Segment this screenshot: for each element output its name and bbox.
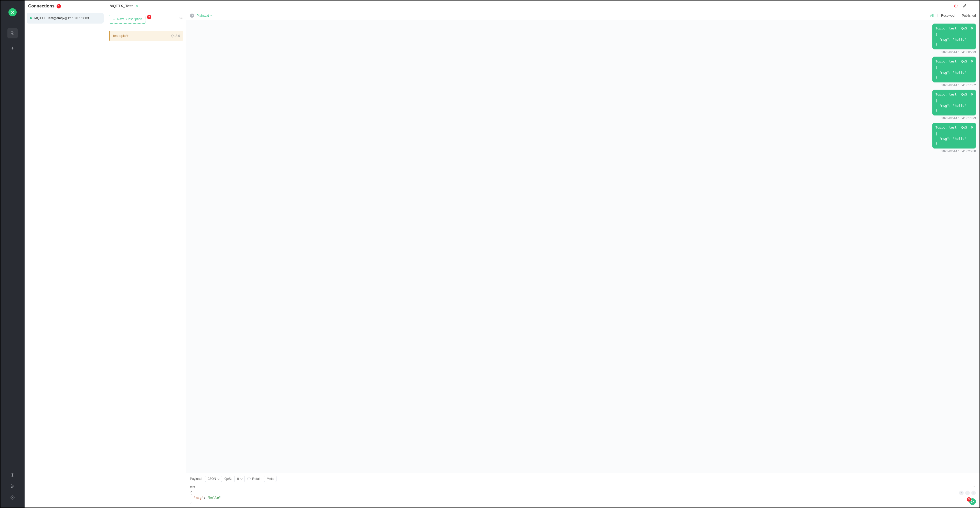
message-bubble[interactable]: Topic: testQoS: 0{ "msg": "hello" }: [932, 90, 976, 115]
prev-payload-icon[interactable]: [959, 490, 964, 495]
subscription-row[interactable]: testtopic/# QoS 0: [109, 31, 183, 41]
svg-point-6: [974, 5, 974, 6]
new-subscription-button[interactable]: New Subscription 2: [109, 15, 145, 24]
new-icon[interactable]: [8, 43, 18, 53]
subscription-topic: testtopic/#: [113, 34, 128, 38]
connection-label: MQTTX_Test@emqx@127.0.0.1:8083: [34, 16, 89, 20]
svg-point-7: [975, 5, 975, 6]
connection-title: MQTTX_Test: [110, 3, 133, 8]
status-dot-icon: [30, 17, 32, 19]
subscriptions-panel: New Subscription 2 testtopic/# QoS 0: [106, 11, 186, 508]
filter-received[interactable]: Received: [941, 14, 955, 18]
message-topic: Topic: test: [935, 92, 957, 97]
svg-rect-0: [11, 32, 13, 34]
meta-button[interactable]: Meta: [264, 476, 277, 482]
nav-rail: [0, 0, 25, 508]
connection-actions: [186, 0, 980, 11]
payload-nav: [959, 490, 976, 495]
send-badge: 3: [967, 497, 971, 502]
filter-published[interactable]: Published: [962, 14, 976, 18]
message-qos: QoS: 0: [961, 92, 973, 97]
connection-header: MQTTX_Test: [106, 0, 186, 11]
collapse-panel-icon[interactable]: [179, 16, 183, 21]
retain-radio-icon: [247, 477, 251, 480]
new-subscription-badge: 2: [147, 15, 151, 19]
message-qos: QoS: 0: [961, 26, 973, 31]
message-timestamp: 2023-02-14 10:41:00:793: [941, 51, 976, 54]
message-body: { "msg": "hello" }: [935, 99, 973, 113]
settings-icon[interactable]: [10, 473, 15, 477]
message-item: Topic: testQoS: 0{ "msg": "hello" }2023-…: [190, 123, 976, 153]
chat-toolbar: ? Plaintext All Received Published: [186, 11, 980, 20]
message-bubble[interactable]: Topic: testQoS: 0{ "msg": "hello" }: [932, 24, 976, 49]
message-item: Topic: testQoS: 0{ "msg": "hello" }2023-…: [190, 90, 976, 120]
app-logo: [8, 8, 17, 16]
payload-dash-icon[interactable]: [965, 490, 970, 495]
svg-point-5: [972, 5, 972, 6]
message-bubble[interactable]: Topic: testQoS: 0{ "msg": "hello" }: [932, 123, 976, 148]
publish-topic-input[interactable]: [190, 484, 973, 490]
connections-header: Connections 1: [25, 0, 106, 11]
expand-down-icon[interactable]: [135, 4, 139, 8]
disconnect-icon[interactable]: [954, 3, 958, 8]
connection-item[interactable]: MQTTX_Test@emqx@127.0.0.1:8083: [27, 13, 104, 24]
new-subscription-label: New Subscription: [117, 18, 142, 21]
payload-format-dropdown[interactable]: Plaintext: [197, 14, 213, 18]
qos-label: QoS:: [224, 477, 232, 481]
qos-select[interactable]: 0: [234, 476, 245, 482]
topic-history-icon[interactable]: [973, 485, 976, 489]
message-qos: QoS: 0: [961, 59, 973, 64]
message-bubble[interactable]: Topic: testQoS: 0{ "msg": "hello" }: [932, 57, 976, 83]
message-list[interactable]: Topic: testQoS: 0{ "msg": "hello" }2023-…: [186, 20, 980, 473]
payload-label: Payload:: [190, 477, 202, 481]
edit-icon[interactable]: [963, 3, 967, 8]
subscription-qos: QoS 0: [171, 34, 180, 38]
connections-badge: 1: [57, 4, 61, 8]
next-payload-icon[interactable]: [971, 490, 976, 495]
message-timestamp: 2023-02-14 10:41:01:823: [941, 116, 976, 120]
filter-all[interactable]: All: [930, 14, 934, 18]
message-topic: Topic: test: [935, 59, 957, 64]
connections-title: Connections: [28, 3, 54, 9]
help-icon[interactable]: ?: [190, 14, 194, 18]
message-topic: Topic: test: [935, 26, 957, 31]
message-topic: Topic: test: [935, 125, 957, 130]
publish-payload-editor[interactable]: { "msg": "hello" }: [190, 490, 959, 505]
more-icon[interactable]: [972, 3, 976, 8]
message-body: { "msg": "hello" }: [935, 32, 973, 47]
message-timestamp: 2023-02-14 10:41:01:362: [941, 83, 976, 87]
svg-point-2: [12, 475, 13, 476]
main-area: MQTTX_Test New Subscription 2: [106, 0, 980, 508]
chat-panel: ? Plaintext All Received Published Topic…: [186, 11, 980, 508]
svg-point-3: [11, 487, 11, 488]
message-item: Topic: testQoS: 0{ "msg": "hello" }2023-…: [190, 57, 976, 87]
message-body: { "msg": "hello" }: [935, 132, 973, 146]
message-item: Topic: testQoS: 0{ "msg": "hello" }2023-…: [190, 24, 976, 54]
payload-format-select[interactable]: JSON: [205, 476, 222, 482]
message-filters: All Received Published: [930, 14, 976, 18]
message-qos: QoS: 0: [961, 125, 973, 130]
message-body: { "msg": "hello" }: [935, 65, 973, 80]
connections-icon[interactable]: [8, 28, 18, 38]
svg-rect-1: [12, 33, 14, 35]
retain-toggle[interactable]: Retain: [247, 477, 261, 481]
message-timestamp: 2023-02-14 10:41:02:280: [941, 150, 976, 153]
publish-panel: Payload: JSON QoS: 0 Retain Meta: [186, 473, 980, 508]
rss-icon[interactable]: [10, 484, 15, 489]
info-icon[interactable]: [10, 495, 15, 500]
connections-panel: Connections 1 MQTTX_Test@emqx@127.0.0.1:…: [25, 0, 106, 508]
